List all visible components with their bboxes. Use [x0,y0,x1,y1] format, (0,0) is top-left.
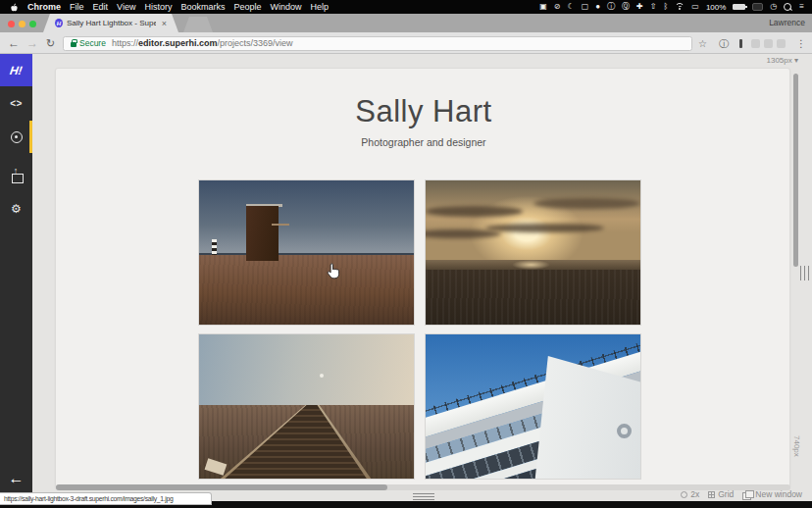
zoom-2x-button[interactable]: 2x [681,489,699,499]
forward-button[interactable]: → [26,35,38,51]
chrome-profile-name[interactable]: Lawrence [769,18,805,27]
superhi-favicon-icon: H [55,19,63,27]
extension-info-icon[interactable]: ⓘ [719,36,729,52]
page-title: Sally Hart [56,94,790,129]
vertical-scrollbar[interactable] [793,74,798,267]
browser-tab[interactable]: H Sally Hart Lightbox - SuperHi × [43,14,178,32]
page-url: https://editor.superhi.com/projects/3369… [112,38,293,48]
menu-help[interactable]: Help [310,2,329,12]
circle-q-icon[interactable]: Ⓠ [622,1,630,13]
close-window-button[interactable] [8,21,15,27]
menu-edit[interactable]: Edit [93,2,109,12]
droplet-icon[interactable]: ● [595,1,600,13]
viewport-width-selector[interactable]: 1305px ▾ [726,56,798,65]
hand-cursor [327,263,340,279]
control-center-menu-icon[interactable]: ≡ [799,1,804,13]
photo-white-pavilion[interactable] [426,334,640,479]
tab-title: Sally Hart Lightbox - SuperHi [67,19,156,27]
secure-label: Secure [79,38,106,48]
reload-button[interactable]: ↻ [46,35,55,51]
active-item-indicator [29,121,32,153]
bookmark-star-icon[interactable]: ☆ [698,36,707,52]
share-menubar-icon[interactable]: ⇧ [650,1,657,13]
chrome-tabstrip: H Sally Hart Lightbox - SuperHi × Lawren… [0,14,812,32]
info-circle-icon[interactable]: ⓘ [607,1,615,13]
fullscreen-window-button[interactable] [29,21,36,27]
sidebar-item-share[interactable] [0,159,32,191]
menu-history[interactable]: History [144,2,172,12]
sidebar-item-preview[interactable] [0,121,32,153]
menubar-app-name[interactable]: Chrome [27,2,61,12]
tab-close-icon[interactable]: × [162,19,167,28]
menu-people[interactable]: People [233,2,261,12]
battery-app-badge-icon[interactable] [752,3,763,11]
viewport-height-label: 740px [792,435,801,457]
extension-disabled-icon[interactable] [751,39,760,48]
minimize-window-button[interactable] [19,21,25,27]
photo-boardwalk[interactable] [199,334,414,479]
new-window-button[interactable]: New window [742,489,802,499]
zoom-circle-icon [681,491,687,498]
chevron-down-icon: ▾ [794,56,798,65]
back-arrow-icon: ← [9,470,25,487]
battery-percent-label: 100% [706,3,726,12]
share-icon [10,169,24,182]
spotlight-search-icon[interactable] [784,3,792,12]
menu-window[interactable]: Window [270,2,301,12]
new-tab-button[interactable] [183,17,213,32]
clock-icon[interactable]: ◷ [770,1,777,13]
back-to-projects-button[interactable]: ← [0,464,32,493]
battery-icon[interactable] [733,4,745,10]
page-subtitle: Photographer and designer [56,136,790,148]
gear-icon: ⚙ [11,202,22,216]
eye-icon [11,131,23,143]
moon-icon[interactable]: ☾ [568,1,575,13]
photo-sunset-sea[interactable] [426,180,640,325]
sidebar-item-code[interactable]: <> [0,87,32,120]
preview-controls: 2x Grid New window [681,489,802,499]
extension-disabled-icon[interactable] [777,39,786,48]
code-icon: <> [10,98,23,109]
plus-app-icon[interactable]: ✚ [636,1,643,13]
address-bar[interactable]: Secure https://editor.superhi.com/projec… [63,36,692,51]
pavilion-ring-emblem [617,424,632,438]
photo-tower-beach[interactable] [199,180,414,325]
secure-lock-icon [71,42,76,47]
preview-height-drag-handle[interactable] [413,493,434,500]
sidebar-item-settings[interactable]: ⚙ [0,192,32,225]
window-app-icon[interactable]: ▢ [582,1,589,13]
menu-file[interactable]: File [70,2,84,12]
video-camera-icon[interactable]: ▣ [539,1,547,13]
grid-icon [708,491,715,498]
extension-disabled-icon[interactable] [764,39,773,48]
extension-bar-icon[interactable] [739,39,742,48]
chrome-toolbar: ← → ↻ Secure https://editor.superhi.com/… [0,32,812,54]
screen: Chrome File Edit View History Bookmarks … [0,0,812,508]
superhi-sidebar: H! <> ⚙ ← [0,54,32,502]
menu-bookmarks[interactable]: Bookmarks [180,2,225,12]
grid-toggle-button[interactable]: Grid [708,489,734,499]
new-window-icon [742,490,752,498]
airplay-display-icon[interactable]: ▭ [691,1,699,13]
back-button[interactable]: ← [8,35,20,51]
link-status-bubble: https://sally-hart-lightbox-3-draft.supe… [0,492,212,505]
preview-page: Sally Hart Photographer and designer [55,68,790,488]
preview-width-drag-handle[interactable] [800,266,809,280]
macos-menubar: Chrome File Edit View History Bookmarks … [0,0,812,14]
menu-view[interactable]: View [117,2,135,12]
do-not-disturb-icon[interactable]: ⊘ [554,1,561,13]
superhi-logo[interactable]: H! [0,54,32,86]
chrome-menu-icon[interactable]: ⋮ [796,36,806,52]
wifi-icon[interactable] [675,3,685,11]
bluetooth-icon[interactable]: ᛒ [664,1,669,13]
apple-menu-icon[interactable] [10,1,19,13]
horizontal-scrollbar-thumb[interactable] [56,484,387,490]
